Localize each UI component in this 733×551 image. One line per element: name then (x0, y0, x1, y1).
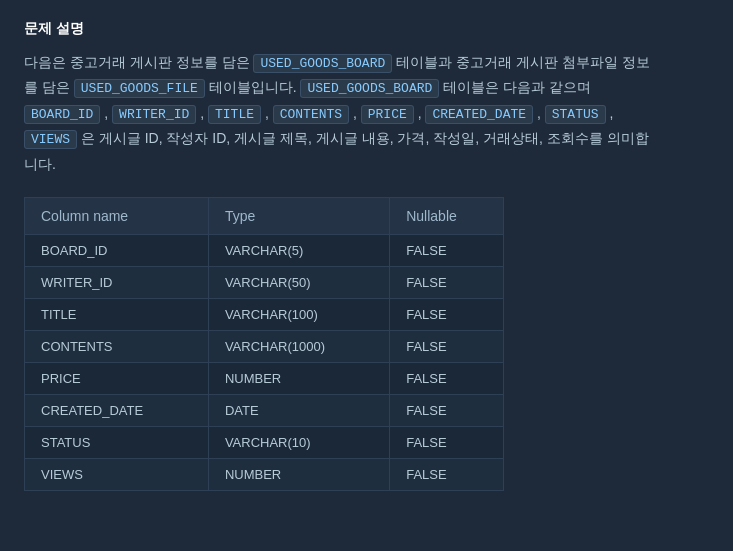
code-contents: CONTENTS (273, 105, 349, 124)
code-price: PRICE (361, 105, 414, 124)
table-row: BOARD_IDVARCHAR(5)FALSE (25, 234, 504, 266)
code-title: TITLE (208, 105, 261, 124)
cell-nullable: FALSE (390, 394, 504, 426)
cell-column-name: CREATED_DATE (25, 394, 209, 426)
cell-nullable: FALSE (390, 426, 504, 458)
cell-type: VARCHAR(5) (208, 234, 389, 266)
description: 다음은 중고거래 게시판 정보를 담은 USED_GOODS_BOARD 테이블… (24, 50, 709, 177)
cell-column-name: PRICE (25, 362, 209, 394)
cell-column-name: TITLE (25, 298, 209, 330)
cell-column-name: CONTENTS (25, 330, 209, 362)
col-header-name: Column name (25, 197, 209, 234)
section-title: 문제 설명 (24, 20, 709, 38)
cell-column-name: WRITER_ID (25, 266, 209, 298)
cell-nullable: FALSE (390, 234, 504, 266)
col-header-type: Type (208, 197, 389, 234)
code-writer-id: WRITER_ID (112, 105, 196, 124)
cell-nullable: FALSE (390, 266, 504, 298)
cell-nullable: FALSE (390, 330, 504, 362)
cell-type: DATE (208, 394, 389, 426)
table-row: CONTENTSVARCHAR(1000)FALSE (25, 330, 504, 362)
columns-table: Column name Type Nullable BOARD_IDVARCHA… (24, 197, 504, 491)
table-row: TITLEVARCHAR(100)FALSE (25, 298, 504, 330)
table-row: CREATED_DATEDATEFALSE (25, 394, 504, 426)
table-row: PRICENUMBERFALSE (25, 362, 504, 394)
code-board-id: BOARD_ID (24, 105, 100, 124)
table-row: WRITER_IDVARCHAR(50)FALSE (25, 266, 504, 298)
col-header-nullable: Nullable (390, 197, 504, 234)
cell-type: VARCHAR(50) (208, 266, 389, 298)
cell-type: NUMBER (208, 458, 389, 490)
code-created-date: CREATED_DATE (425, 105, 533, 124)
code-used-goods-board-2: USED_GOODS_BOARD (300, 79, 439, 98)
cell-type: NUMBER (208, 362, 389, 394)
code-status: STATUS (545, 105, 606, 124)
code-views: VIEWS (24, 130, 77, 149)
cell-column-name: BOARD_ID (25, 234, 209, 266)
cell-nullable: FALSE (390, 362, 504, 394)
table-row: VIEWSNUMBERFALSE (25, 458, 504, 490)
cell-type: VARCHAR(100) (208, 298, 389, 330)
cell-type: VARCHAR(10) (208, 426, 389, 458)
code-used-goods-board-1: USED_GOODS_BOARD (253, 54, 392, 73)
cell-nullable: FALSE (390, 298, 504, 330)
table-row: STATUSVARCHAR(10)FALSE (25, 426, 504, 458)
cell-column-name: STATUS (25, 426, 209, 458)
cell-column-name: VIEWS (25, 458, 209, 490)
cell-type: VARCHAR(1000) (208, 330, 389, 362)
code-used-goods-file: USED_GOODS_FILE (74, 79, 205, 98)
cell-nullable: FALSE (390, 458, 504, 490)
